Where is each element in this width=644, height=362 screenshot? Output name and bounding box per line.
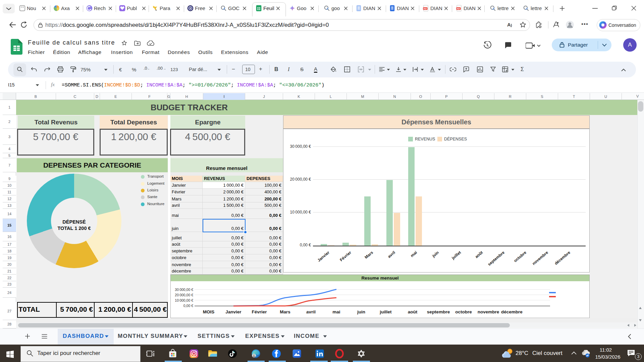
svg-text:PDF: PDF [424,8,427,10]
svg-text:PDF: PDF [457,8,460,10]
